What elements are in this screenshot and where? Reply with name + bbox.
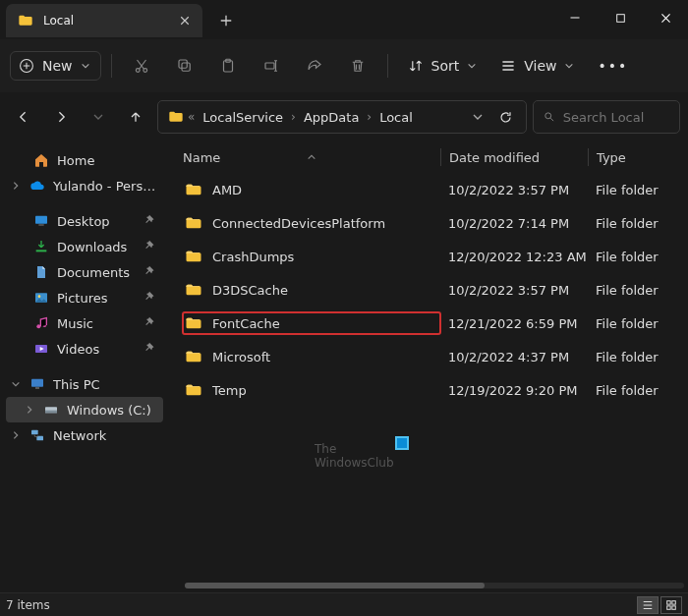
crumb-appdata[interactable]: AppData (298, 106, 365, 129)
file-row[interactable]: ConnectedDevicesPlatform10/2/2022 7:14 P… (175, 206, 688, 240)
back-button[interactable] (8, 101, 39, 133)
pin-icon (143, 291, 157, 305)
svg-rect-18 (31, 379, 43, 387)
sidebar-item-documents[interactable]: Documents (6, 259, 163, 285)
file-date: 12/20/2022 12:23 AM (440, 250, 588, 264)
minimize-button[interactable] (552, 0, 598, 35)
file-date: 12/19/2022 9:20 PM (440, 383, 588, 398)
horizontal-scrollbar[interactable] (185, 583, 684, 592)
sidebar-item-pictures[interactable]: Pictures (6, 285, 163, 310)
file-type: File folder (588, 383, 688, 398)
chevron-right-icon[interactable] (24, 404, 35, 416)
column-date[interactable]: Date modified (440, 148, 588, 166)
home-icon (33, 152, 49, 168)
network-icon (29, 427, 45, 443)
view-button[interactable]: View (490, 52, 584, 80)
history-dropdown[interactable] (467, 101, 488, 133)
folder-icon (185, 248, 202, 265)
details-view-toggle[interactable] (637, 596, 659, 614)
folder-icon (185, 348, 202, 365)
delete-button[interactable] (338, 48, 377, 84)
search-box[interactable] (533, 100, 680, 134)
file-row[interactable]: Temp12/19/2022 9:20 PMFile folder (175, 373, 688, 407)
svg-rect-25 (672, 600, 675, 603)
svg-point-2 (136, 69, 140, 73)
sidebar-onedrive[interactable]: Yulando - Personal (6, 173, 163, 198)
sort-asc-icon (307, 152, 316, 162)
icons-view-toggle[interactable] (660, 596, 682, 614)
pin-icon (143, 214, 157, 228)
sidebar-item-downloads[interactable]: Downloads (6, 234, 163, 259)
svg-rect-4 (182, 63, 190, 71)
add-tab-button[interactable] (208, 4, 244, 37)
chevron-down-icon[interactable] (10, 378, 22, 390)
recent-button[interactable] (83, 101, 114, 133)
file-row[interactable]: AMD10/2/2022 3:57 PMFile folder (175, 173, 688, 206)
cloud-icon (29, 178, 45, 194)
status-items: 7 items (6, 598, 50, 612)
file-row[interactable]: FontCache12/21/2022 6:59 PMFile folder (175, 307, 688, 340)
column-name[interactable]: Name (183, 150, 440, 165)
file-row[interactable]: Microsoft10/2/2022 4:37 PMFile folder (175, 340, 688, 373)
chevron-right-icon[interactable] (10, 429, 22, 441)
file-row[interactable]: D3DSCache10/2/2022 3:57 PMFile folder (175, 273, 688, 307)
chevron-right-icon[interactable] (10, 180, 22, 192)
search-input[interactable] (563, 110, 669, 125)
more-button[interactable]: ••• (588, 52, 638, 80)
sidebar-item-desktop[interactable]: Desktop (6, 208, 163, 234)
desktop-icon (33, 213, 49, 229)
file-type: File folder (588, 183, 688, 197)
sidebar-item-videos[interactable]: Videos (6, 336, 163, 362)
svg-rect-12 (36, 250, 47, 252)
svg-rect-19 (35, 387, 39, 388)
svg-rect-8 (265, 63, 274, 69)
crumb-local[interactable]: Local (373, 106, 419, 129)
breadcrumb[interactable]: « LocalService › AppData › Local (157, 100, 527, 134)
downloads-icon (33, 239, 49, 254)
maximize-button[interactable] (598, 0, 643, 35)
chevron-down-icon (564, 61, 574, 71)
new-button[interactable]: New (10, 51, 101, 81)
file-name: FontCache (212, 316, 280, 331)
pin-icon (143, 265, 157, 279)
close-tab-icon[interactable] (177, 13, 193, 28)
refresh-button[interactable] (494, 101, 516, 133)
forward-button[interactable] (45, 101, 77, 133)
folder-icon (168, 109, 184, 125)
sidebar-network[interactable]: Network (6, 422, 163, 448)
close-window-button[interactable] (643, 0, 688, 35)
sort-button[interactable]: Sort (398, 52, 487, 80)
file-row[interactable]: CrashDumps12/20/2022 12:23 AMFile folder (175, 240, 688, 273)
folder-icon (18, 13, 33, 28)
sidebar-item-label: Documents (57, 265, 136, 280)
column-type[interactable]: Type (588, 148, 688, 166)
cut-button[interactable] (122, 48, 161, 84)
monitor-icon (29, 376, 45, 392)
folder-icon (185, 314, 202, 332)
main: Home Yulando - Personal DesktopDownloads… (0, 141, 688, 592)
svg-rect-21 (45, 411, 57, 414)
overflow-indicator[interactable]: « (188, 110, 195, 124)
sidebar-item-music[interactable]: Music (6, 310, 163, 336)
videos-icon (33, 341, 49, 357)
copy-button[interactable] (165, 48, 204, 84)
file-type: File folder (588, 250, 688, 264)
tab-local[interactable]: Local (6, 4, 202, 37)
window-controls (552, 0, 688, 35)
up-button[interactable] (120, 101, 151, 133)
chevron-down-icon (81, 61, 90, 71)
svg-rect-0 (616, 14, 624, 22)
svg-rect-27 (672, 605, 675, 608)
share-button[interactable] (295, 48, 334, 84)
file-type: File folder (588, 216, 688, 231)
file-date: 10/2/2022 3:57 PM (440, 183, 588, 197)
crumb-localservice[interactable]: LocalService (197, 106, 289, 129)
sidebar-home[interactable]: Home (6, 147, 163, 173)
file-area: Name Date modified Type AMD10/2/2022 3:5… (165, 141, 688, 592)
sidebar-item-label: Pictures (57, 291, 136, 306)
rename-button[interactable] (252, 48, 291, 84)
paste-button[interactable] (208, 48, 248, 84)
svg-rect-11 (38, 224, 43, 225)
sidebar-this-pc[interactable]: This PC (6, 371, 163, 397)
sidebar-drive-c[interactable]: Windows (C:) (6, 397, 163, 422)
